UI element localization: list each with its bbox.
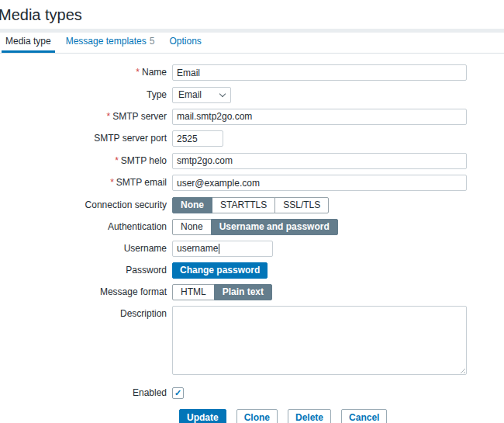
tab-label: Media type [5, 36, 51, 47]
message-format-label: Message format [0, 284, 172, 300]
tab-options[interactable]: Options [165, 33, 205, 53]
tab-media-type[interactable]: Media type [2, 33, 55, 53]
segment-option-html[interactable]: HTML [172, 284, 215, 300]
cancel-button[interactable]: Cancel [341, 409, 387, 423]
authentication-label: Authentication [0, 219, 172, 235]
segment-option-starttls[interactable]: STARTTLS [212, 197, 275, 213]
form-row-enabled: Enabled ✓ [0, 385, 504, 401]
password-label: Password [0, 262, 172, 279]
required-mark: * [110, 177, 114, 188]
chevron-down-icon [219, 90, 226, 96]
segment-option-none[interactable]: None [172, 197, 212, 213]
check-icon: ✓ [174, 389, 181, 397]
name-label: *Name [0, 64, 172, 81]
enabled-label: Enabled [0, 385, 172, 401]
media-type-form: *Name Type Email *SMTP server SMTP serve… [0, 54, 504, 423]
smtp-port-field[interactable] [172, 130, 223, 147]
smtp-server-label: *SMTP server [0, 109, 172, 125]
username-value: username [177, 241, 218, 257]
smtp-helo-field[interactable] [172, 153, 467, 169]
type-label: Type [0, 87, 172, 103]
form-row-type: Type Email [0, 87, 504, 103]
message-format-segment: HTML Plain text [172, 284, 272, 300]
smtp-email-label: *SMTP email [0, 175, 172, 191]
smtp-email-field[interactable] [172, 175, 467, 191]
form-row-smtp-server: *SMTP server [0, 109, 504, 126]
form-footer: Update Clone Delete Cancel [0, 409, 504, 423]
page-header: Media types [0, 0, 504, 29]
type-select-value: Email [178, 87, 202, 103]
description-textarea[interactable] [172, 306, 467, 375]
segment-option-plain-text[interactable]: Plain text [214, 284, 272, 300]
form-row-message-format: Message format HTML Plain text [0, 284, 504, 300]
update-button[interactable]: Update [179, 409, 226, 423]
form-row-authentication: Authentication None Username and passwor… [0, 219, 504, 235]
tab-count-badge: 5 [150, 36, 155, 47]
form-row-smtp-helo: *SMTP helo [0, 153, 504, 170]
tab-message-templates[interactable]: Message templates5 [62, 33, 159, 53]
smtp-port-label: SMTP server port [0, 130, 172, 147]
change-password-button[interactable]: Change password [172, 262, 268, 279]
username-field[interactable]: username [172, 241, 273, 257]
delete-button[interactable]: Delete [288, 409, 331, 423]
type-select[interactable]: Email [172, 87, 231, 103]
description-label: Description [0, 306, 172, 322]
name-field[interactable] [172, 64, 467, 81]
tab-label: Message templates [66, 36, 147, 47]
page-title: Media types [0, 6, 496, 24]
form-row-description: Description [0, 306, 504, 375]
clone-button[interactable]: Clone [236, 409, 278, 423]
text-cursor [219, 244, 219, 254]
connection-security-label: Connection security [0, 197, 172, 213]
required-mark: * [107, 111, 111, 122]
smtp-helo-label: *SMTP helo [0, 153, 172, 169]
authentication-segment: None Username and password [172, 219, 338, 235]
tab-label: Options [169, 36, 201, 47]
segment-option-username-password[interactable]: Username and password [211, 219, 338, 235]
connection-security-segment: None STARTTLS SSL/TLS [172, 197, 329, 213]
form-row-smtp-email: *SMTP email [0, 175, 504, 192]
form-row-password: Password Change password [0, 262, 504, 279]
form-row-smtp-port: SMTP server port [0, 130, 504, 147]
smtp-server-field[interactable] [172, 109, 467, 125]
enabled-checkbox[interactable]: ✓ [172, 387, 184, 399]
required-mark: * [115, 155, 119, 166]
segment-option-ssltls[interactable]: SSL/TLS [274, 197, 329, 213]
tab-bar: Media type Message templates5 Options [0, 33, 504, 54]
required-mark: * [136, 67, 140, 78]
form-row-connection-security: Connection security None STARTTLS SSL/TL… [0, 197, 504, 213]
segment-option-none[interactable]: None [172, 219, 212, 235]
form-row-name: *Name [0, 64, 504, 81]
form-row-username: Username username [0, 241, 504, 257]
username-label: Username [0, 241, 172, 257]
